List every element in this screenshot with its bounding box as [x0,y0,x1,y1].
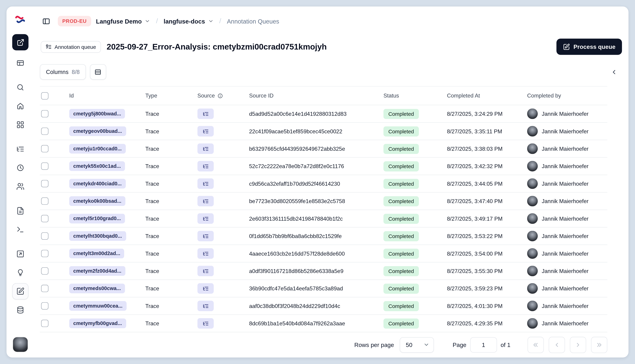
trace-id-badge[interactable]: cmetymeds00cwa... [69,284,125,294]
table-row[interactable]: cmetylt3m00d2ad... Trace 4aaece1603cb2e1… [40,245,607,262]
source-trace-button[interactable] [197,143,214,154]
toolbar: Columns 8/8 [34,58,628,86]
source-id: b63297665cfd4439592649672abb325e [249,146,383,152]
row-checkbox[interactable] [41,250,49,257]
source-trace-button[interactable] [197,300,214,311]
trace-id-badge[interactable]: cmetyg5j800bwad... [69,109,125,119]
completed-by-avatar [527,143,538,154]
row-height-button[interactable] [90,64,106,80]
row-checkbox[interactable] [41,128,49,135]
rows-per-page-select[interactable]: 50 [400,337,434,352]
table-row[interactable]: cmetylht300bqad0... Trace 0f1dd65b7bb9bf… [40,228,607,245]
table-row[interactable]: cmetyk55x00c1ad... Trace 52c72c2222ea78e… [40,158,607,175]
row-checkbox[interactable] [41,162,49,170]
source-id: 2e603f31361115db24198478840b1f2c [249,216,383,222]
sidebar-item-home[interactable] [12,98,29,114]
source-trace-button[interactable] [197,108,214,119]
row-checkbox[interactable] [41,302,49,310]
sidebar-item-sessions[interactable] [12,160,29,176]
source-trace-button[interactable] [197,213,214,224]
sidebar-item-open-external[interactable] [12,34,29,50]
search-icon [16,83,25,91]
row-checkbox[interactable] [41,232,49,240]
row-type: Trace [145,320,197,326]
source-trace-button[interactable] [197,248,214,259]
sidebar-item-dashboards[interactable] [12,117,29,133]
sidebar-item-evaluation[interactable] [12,246,29,262]
table-body: cmetyg5j800bwad... Trace d5ad9d52a00c6e1… [40,105,607,332]
table-row[interactable]: cmetygeov00buad... Trace 22c41f09acae5b1… [40,122,607,140]
completed-at: 8/27/2025, 3:53:22 PM [447,233,527,239]
trace-id-badge[interactable]: cmetyk55x00c1ad... [69,161,125,171]
trace-id-badge[interactable]: cmetymmuw00cea... [69,301,126,311]
row-checkbox[interactable] [41,320,49,327]
first-page-button[interactable] [528,336,544,353]
trace-id-badge[interactable]: cmetylt3m00d2ad... [69,248,124,258]
source-trace-button[interactable] [197,196,214,206]
row-checkbox[interactable] [41,110,49,118]
trace-id-badge[interactable]: cmetygeov00buad... [69,126,126,136]
source-trace-button[interactable] [197,283,214,294]
sidebar-item-prompts[interactable] [12,203,29,219]
trace-id-badge[interactable]: cmetymyfb00gvad... [69,318,126,328]
user-avatar[interactable] [13,337,28,352]
page-number-input[interactable] [470,337,497,352]
trace-id-badge[interactable]: cmetyju1r00ccad0... [69,144,126,154]
sidebar-toggle-button[interactable] [39,14,53,28]
row-checkbox[interactable] [41,268,49,275]
columns-button[interactable]: Columns 8/8 [40,64,86,80]
next-page-button[interactable] [570,336,586,353]
trace-id-badge[interactable]: cmetyko0k00bsad... [69,196,125,206]
column-header-completed-by[interactable]: Completed by [527,92,607,99]
trace-id-badge[interactable]: cmetylht300bqad0... [69,231,126,241]
trace-id-badge[interactable]: cmetykdr400ciad0... [69,179,126,189]
column-header-source[interactable]: Source [197,92,249,99]
sidebar-item-datasets[interactable] [12,302,29,318]
sidebar-item-insights[interactable] [12,264,29,281]
table-row[interactable]: cmetyl5r100grad0... Trace 2e603f31361115… [40,210,607,228]
column-header-type[interactable]: Type [145,92,197,99]
table-row[interactable]: cmetyko0k00bsad... Trace be7723e30d80205… [40,192,607,210]
sidebar-item-tables[interactable] [12,55,29,71]
breadcrumb-section[interactable]: Annotation Queues [227,18,279,24]
sidebar-item-search[interactable] [12,79,29,96]
table-row[interactable]: cmetymmuw00cea... Trace aaf0c38db0f3f204… [40,298,607,315]
sidebar-item-tracing[interactable] [12,141,29,157]
process-queue-button[interactable]: Process queue [556,39,622,55]
collapse-panel-button[interactable] [608,66,619,78]
last-page-button[interactable] [591,336,607,353]
completed-by-name: Jannik Maierhoefer [542,163,588,169]
trace-id-badge[interactable]: cmetym2fz00d4ad... [69,266,125,276]
breadcrumb-project[interactable]: langfuse-docs [164,18,214,24]
trace-id-badge[interactable]: cmetyl5r100grad0... [69,214,125,224]
table-row[interactable]: cmetykdr400ciad0... Trace c9d56ca32efaff… [40,175,607,192]
column-header-status[interactable]: Status [383,92,447,99]
row-checkbox[interactable] [41,285,49,292]
row-checkbox[interactable] [41,180,49,187]
previous-page-button[interactable] [549,336,565,353]
row-checkbox[interactable] [41,198,49,205]
table-row[interactable]: cmetym2fz00d4ad... Trace a0df3f901167218… [40,262,607,280]
sidebar-item-annotation[interactable] [12,283,29,300]
source-trace-button[interactable] [197,161,214,172]
source-trace-button[interactable] [197,126,214,136]
table-row[interactable]: cmetyg5j800bwad... Trace d5ad9d52a00c6e1… [40,105,607,122]
sidebar-item-users[interactable] [12,178,29,195]
source-trace-button[interactable] [197,318,214,329]
column-header-completed-at[interactable]: Completed At [447,92,527,99]
source-trace-button[interactable] [197,178,214,189]
table-row[interactable]: cmetymyfb00gvad... Trace 8dc69b1ba1e540b… [40,315,607,332]
row-checkbox[interactable] [41,215,49,222]
sidebar-item-playground[interactable] [12,221,29,238]
source-trace-button[interactable] [197,266,214,276]
clock-icon [16,164,25,172]
select-all-checkbox[interactable] [41,92,49,100]
table-row[interactable]: cmetymeds00cwa... Trace 36b90cdfc47e5da1… [40,280,607,297]
column-header-id[interactable]: Id [69,92,145,99]
table-row[interactable]: cmetyju1r00ccad0... Trace b63297665cfd44… [40,140,607,158]
completed-by-avatar [527,266,538,276]
source-trace-button[interactable] [197,231,214,242]
breadcrumb-org[interactable]: Langfuse Demo [96,18,150,24]
row-checkbox[interactable] [41,145,49,152]
column-header-source-id[interactable]: Source ID [249,92,383,99]
